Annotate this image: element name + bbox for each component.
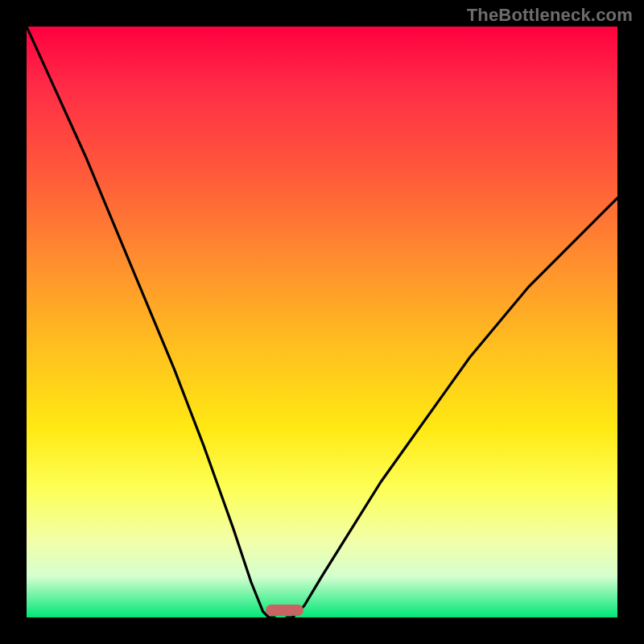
chart-frame: TheBottleneck.com: [0, 0, 644, 644]
watermark-text: TheBottleneck.com: [467, 5, 633, 26]
bottleneck-curve: [27, 27, 617, 617]
plot-area: [27, 27, 617, 617]
curve-left-branch: [27, 27, 275, 617]
curve-right-branch: [287, 198, 617, 617]
minimum-marker: [266, 605, 303, 616]
